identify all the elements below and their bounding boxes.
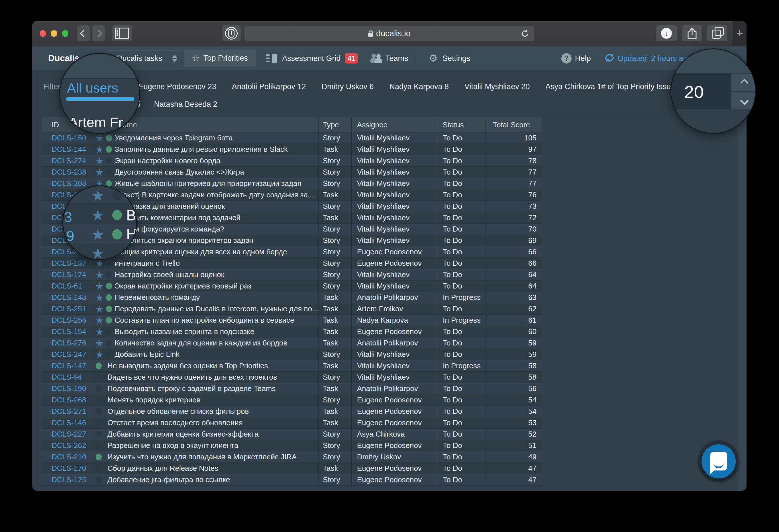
table-row[interactable]: DCLS-174★Настройка своей шкалы оценокSto… — [42, 269, 542, 280]
close-window-button[interactable] — [40, 30, 46, 37]
table-row[interactable]: DCLS-154★Выводить название спринта в под… — [42, 326, 542, 337]
issue-id-link[interactable]: DCLS-190 — [42, 384, 90, 393]
tab-top-priorities[interactable]: ☆ Top Priorities — [184, 50, 256, 67]
table-row[interactable]: DCLS-190Подсвечивать строку с задачей в … — [42, 383, 542, 394]
back-button[interactable] — [77, 25, 90, 41]
star-icon[interactable]: ★ — [95, 167, 104, 178]
gear-icon: ⚙ — [428, 52, 438, 64]
table-row[interactable]: DCLS-61★Экран настройки критериев первый… — [42, 280, 542, 292]
table-row[interactable]: DCLS-150★Уведомления через Telegram бота… — [42, 132, 542, 144]
issue-type: Story — [318, 259, 351, 268]
table-row[interactable]: DCLS-208★Живые шаблоны критериев для при… — [42, 178, 542, 189]
column-header[interactable]: Assignee — [351, 121, 437, 129]
filter-user[interactable]: Eugene Podosenov 23 — [138, 82, 216, 91]
issue-id-link[interactable]: DCLS-61 — [42, 282, 90, 290]
issue-id-link[interactable]: DCLS-170 — [42, 464, 90, 473]
star-icon[interactable]: ★ — [95, 315, 104, 326]
table-row[interactable]: DCLS-210Изучить что нужно для попадания … — [42, 451, 542, 463]
share-button[interactable] — [682, 25, 702, 41]
issue-id-link[interactable]: DCLS-268 — [42, 396, 90, 404]
new-tab-button[interactable]: + — [732, 21, 746, 46]
issue-id-link[interactable]: DCLS-208 — [42, 179, 90, 188]
table-row[interactable]: DCLS-146Отстает время последнего обновле… — [42, 417, 542, 428]
issue-id-link[interactable]: DCLS-175 — [42, 475, 90, 484]
table-row[interactable]: DCLS-271Отдельное обновление списка филь… — [42, 406, 542, 417]
scrollbar-track[interactable] — [736, 117, 746, 491]
column-header[interactable]: Type — [318, 121, 351, 129]
filter-user[interactable]: Asya Chirkova 1 — [545, 82, 601, 91]
issue-id-link[interactable]: DCLS-137 — [42, 259, 90, 268]
issue-id-link[interactable]: DCLS-146 — [42, 418, 90, 427]
star-icon[interactable]: ★ — [95, 327, 104, 337]
filter-user[interactable]: Nadya Karpova 8 — [389, 82, 449, 91]
table-row[interactable]: DCLS-247★Добавить Epic LinkStoryVitalii … — [42, 349, 542, 360]
issue-id-link[interactable]: DCLS-154 — [42, 327, 90, 336]
tab-overview-button[interactable] — [707, 25, 727, 41]
password-extension-button[interactable] — [222, 25, 241, 41]
issue-id-link[interactable]: DCLS-271 — [42, 407, 90, 416]
issue-id-link[interactable]: DCLS-262 — [42, 441, 90, 450]
minimize-window-button[interactable] — [51, 30, 57, 37]
column-header[interactable]: Status — [437, 121, 485, 129]
table-row[interactable]: DCLS-175Добавление jira-фильтра по ссылк… — [42, 474, 542, 485]
table-row[interactable]: DCLS-251★Передавать данные из Ducalis в … — [42, 303, 542, 315]
table-row[interactable]: DCLS-147Не выводить задачи без оценки в … — [42, 360, 542, 372]
issue-id-link[interactable]: DCLS-150 — [42, 134, 90, 142]
stepper-up-button[interactable] — [731, 74, 756, 92]
tab-teams[interactable]: Teams — [385, 54, 408, 63]
table-row[interactable]: DCLS-170Сбор данных для Release NotesTas… — [42, 463, 542, 474]
refresh-icon[interactable] — [604, 52, 615, 65]
issue-id-link[interactable]: DCLS-144 — [42, 145, 90, 154]
star-icon[interactable]: ★ — [95, 338, 104, 348]
table-row[interactable]: DCLS-268Менять порядок критериевStoryEug… — [42, 394, 542, 406]
star-icon[interactable]: ★ — [95, 133, 104, 143]
issue-id-link[interactable]: DCLS-274 — [42, 156, 90, 165]
filter-user[interactable]: Dmitry Uskov 6 — [321, 82, 373, 91]
tab-assessment-grid[interactable]: Assessment Grid — [282, 54, 341, 63]
star-icon[interactable]: ★ — [95, 156, 104, 166]
issue-id-link[interactable]: DCLS-256 — [42, 316, 90, 325]
top-priority-count-input[interactable]: 20 — [671, 74, 731, 109]
zoom-window-button[interactable] — [62, 30, 68, 37]
table-row[interactable]: DCLS-144★Заполнить данные для ревью прил… — [42, 144, 542, 155]
table-row[interactable]: DCLS-137★интеграция с TrelloStoryEugene … — [42, 258, 542, 269]
filter-user[interactable]: Vitalii Myshliaev 20 — [465, 82, 530, 91]
issue-id-link[interactable]: DCLS-210 — [42, 453, 90, 461]
filter-user[interactable]: Anatolii Polikarpov 12 — [232, 82, 306, 91]
star-icon[interactable]: ★ — [95, 270, 104, 280]
star-icon[interactable]: ★ — [95, 349, 104, 360]
table-row[interactable]: DCLS-256★Составить план по настройке онб… — [42, 315, 542, 326]
star-icon[interactable]: ★ — [95, 281, 104, 291]
reload-button[interactable] — [521, 29, 530, 39]
forward-button[interactable] — [92, 25, 105, 41]
issue-id-link[interactable]: DCLS-227 — [42, 430, 90, 439]
table-row[interactable]: DCLS-276★Количество задач для оценки в к… — [42, 337, 542, 349]
issue-id-link[interactable]: DCLS-247 — [42, 350, 90, 359]
table-row[interactable]: DCLS-262Разрешение на вход в экаунт клие… — [42, 440, 542, 451]
column-header[interactable]: Total Score — [485, 121, 542, 129]
star-icon[interactable]: ★ — [95, 144, 104, 155]
issue-id-link[interactable]: DCLS-94 — [42, 373, 90, 382]
issue-id-link[interactable]: DCLS-238 — [42, 168, 90, 177]
issue-id-link[interactable]: DCLS-148 — [42, 293, 90, 302]
table-row[interactable]: DCLS-227Добавить критерии оценки бизнес-… — [42, 428, 542, 440]
help-button[interactable]: Help — [575, 54, 591, 63]
issue-id-link[interactable]: DCLS-251 — [42, 305, 90, 313]
table-row[interactable]: DCLS-94Видеть все что нужно оценить для … — [42, 372, 542, 383]
stepper-down-button[interactable] — [731, 92, 756, 109]
table-row[interactable]: DCLS-274★Экран настройки нового бордаSto… — [42, 155, 542, 167]
filter-user[interactable]: Natasha Beseda 2 — [154, 100, 218, 109]
tab-settings[interactable]: Settings — [442, 54, 470, 63]
sidebar-toggle-button[interactable] — [112, 25, 132, 41]
issue-id-link[interactable]: DCLS-174 — [42, 270, 90, 279]
issue-id-link[interactable]: DCLS-147 — [42, 361, 90, 370]
downloads-button[interactable]: ↓ — [656, 25, 677, 41]
star-icon[interactable]: ★ — [95, 304, 104, 314]
star-icon[interactable]: ★ — [95, 292, 104, 303]
issue-id-link[interactable]: DCLS-276 — [42, 339, 90, 347]
address-bar[interactable]: ducalis.io — [244, 26, 534, 41]
table-row[interactable]: DCLS-148★Переименовать командуTaskAnatol… — [42, 292, 542, 303]
table-row[interactable]: DCLS-238★Двусторонняя связь Дукалис <>Жи… — [42, 167, 542, 178]
updated-status[interactable]: Updated: 2 hours ago — [618, 54, 692, 63]
intercom-chat-button[interactable] — [702, 444, 736, 478]
